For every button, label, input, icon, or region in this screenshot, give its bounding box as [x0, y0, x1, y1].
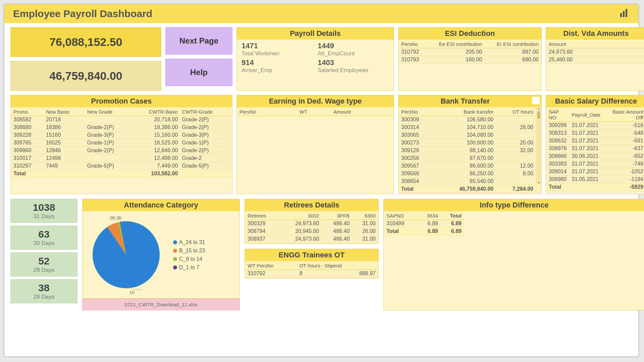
file-label[interactable]: 0721_CWTR_Download_11.xlsx [82, 299, 240, 310]
card-title: Promotion Cases [11, 95, 232, 107]
day-tile-31[interactable]: 103831 Days [10, 199, 77, 223]
table-row: 30922815160Grade-3(P)15,160.00Grade-3(P) [11, 131, 231, 139]
day-tile-30[interactable]: 6330 Days [10, 226, 77, 250]
day-tile-29[interactable]: 5229 Days [10, 252, 77, 277]
attendance-card: Attendance Category 0K 0K 1K A_24 to 31 … [82, 199, 240, 310]
card-title: Retirees Details [245, 199, 378, 211]
basic-diff-table[interactable]: SAP NOPayroll_DateBasic Amount Diff 3092… [547, 108, 644, 191]
table-row: 30976516525Grade-1(P)16,525.00Grade-1(P) [11, 139, 231, 147]
table-row: 30863231.07.2021-591 [547, 137, 644, 145]
info-diff-card: Info type Difference SAPNO3634Total 3104… [383, 199, 644, 310]
bank-transfer-card: Bank Transfer PersNoBank transferOT hour… [398, 95, 542, 194]
payroll-details-card: Payroll Details 1471Total Workmen 1449At… [236, 27, 394, 91]
table-row: 3102977449Grade-5(P)7,449.00Grade-5(P) [11, 162, 231, 170]
esi-table[interactable]: PersNoEe ESI contributionEr ESI contribu… [399, 40, 541, 64]
table-row: 30956786,600.0012.00 [399, 162, 535, 170]
bank-toggle-icon[interactable] [532, 97, 540, 104]
card-title: ENGG Trainees OT [245, 249, 378, 261]
days-column: 103831 Days 6330 Days 5229 Days 3828 Day… [10, 199, 77, 310]
table-row: 30956886,250.008.00 [399, 170, 535, 178]
table-row: 30901431.07.2021-1052 [547, 168, 644, 176]
table-row: 300314104,710.0028.00 [399, 124, 535, 131]
vda-table[interactable]: Amount 24,973.60 25,460.00 [547, 40, 644, 64]
kpi-total-2: 46,759,840.00 [10, 61, 161, 91]
table-row: 30025687,670.00 [399, 155, 535, 162]
kpi-total-1: 76,088,152.50 [10, 27, 161, 57]
chevron-up-icon: ▴ [536, 107, 541, 110]
table-row: 303065104,080.00 [399, 131, 535, 139]
card-title: Basic Salary Difference [546, 95, 644, 107]
table-row: 30338331.07.2021-748 [547, 160, 644, 168]
earning-card: Earning in Ded. Wage type PersNoWTAmount [236, 95, 394, 194]
table-row: 30912898,140.0032.00 [399, 147, 535, 155]
card-title: Earning in Ded. Wage type [237, 95, 394, 107]
table-row: 30931331.07.2021-548 [547, 129, 644, 137]
table-row: 30929931.07.2021-516 [547, 122, 644, 129]
retirees-table[interactable]: Retirees30023PFB6300 30032924,973.60486.… [246, 212, 378, 243]
table-row: 310792205.00887.00 [399, 48, 541, 56]
table-row: 30032924,973.60486.4031.00 [246, 220, 378, 228]
next-page-button[interactable]: Next Page [165, 27, 232, 55]
chart-legend: A_24 to 31 B_15 to 23 C_8 to 14 D_1 to 7 [173, 237, 205, 273]
table-row: 3100171249812,498.00Grade-2 [11, 155, 231, 162]
help-button[interactable]: Help [165, 59, 232, 86]
table-row: 30986012846Grade-2(P)12,846.00Grade-2(P) [11, 147, 231, 155]
page-title: Employee Payroll Dashboard [13, 8, 152, 19]
info-diff-table[interactable]: SAPNO3634Total 3104996.896.89 Total6.896… [384, 212, 464, 235]
esi-card: ESI Deduction PersNoEe ESI contributionE… [398, 27, 542, 91]
legend-dot [173, 257, 177, 261]
vda-card: Dist. Vda Amounts Amount 24,973.60 25,46… [546, 27, 644, 91]
table-row: 30866630.06.2021-652 [547, 153, 644, 160]
card-title: Payroll Details [237, 27, 394, 40]
bank-table[interactable]: PersNoBank transferOT hours 300309106,58… [399, 108, 535, 193]
table-row: 3104996.896.89 [384, 220, 464, 228]
table-row: 30893724,973.60486.4031.00 [246, 235, 378, 243]
table-row: 3085822071820,718.00Grade-2(P) [11, 116, 231, 124]
table-row: 25,460.00 [547, 56, 644, 64]
svg-rect-0 [620, 13, 622, 17]
card-title: Info type Difference [384, 199, 644, 211]
table-row: 30898031.05.2021-1184 [547, 176, 644, 183]
legend-dot [173, 240, 177, 244]
engg-table[interactable]: WT PersNoOT hours - Stipend 3107928886.9… [246, 262, 378, 278]
table-row: 30897831.07.2021-637 [547, 145, 644, 153]
legend-dot [173, 265, 177, 269]
card-title: Attendance Category [83, 199, 239, 211]
table-row: 310793160.00690.00 [399, 56, 541, 64]
table-row: 30868018386Grade-2(P)18,386.00Grade-2(P) [11, 124, 231, 131]
table-row: 3107928886.97 [246, 270, 378, 278]
promotion-table[interactable]: PromoNew BasicNew GradeCWTR-BasicCWTR-Gr… [11, 108, 231, 178]
card-title: ESI Deduction [398, 27, 541, 40]
svg-rect-1 [623, 11, 625, 17]
promotion-card: Promotion Cases PromoNew BasicNew GradeC… [10, 95, 232, 194]
card-title: Bank Transfer [398, 95, 541, 107]
table-row: 30865485,540.00 [399, 178, 535, 185]
table-row: 300309106,580.00 [399, 116, 535, 124]
chevron-down-icon: ▾ [536, 181, 541, 184]
powerbi-icon [619, 8, 630, 20]
engg-trainees-card: ENGG Trainees OT WT PersNoOT hours - Sti… [245, 249, 379, 279]
scrollbar[interactable]: ▴▾ [536, 107, 541, 184]
basic-diff-card: Basic Salary Difference SAP NOPayroll_Da… [546, 95, 644, 194]
earning-table[interactable]: PersNoWTAmount [237, 108, 393, 116]
table-row: 24,973.60 [547, 48, 644, 56]
retirees-card: Retirees Details Retirees30023PFB6300 30… [245, 199, 379, 244]
legend-dot [173, 249, 177, 253]
table-row: 30879420,945.60486.4026.00 [246, 228, 378, 235]
day-tile-28[interactable]: 3828 Days [10, 279, 77, 303]
attendance-pie-chart[interactable]: 0K 0K 1K [86, 215, 166, 295]
card-title: Dist. Vda Amounts [546, 27, 644, 40]
table-row: 300273100,600.0020.00 [399, 139, 535, 147]
svg-rect-2 [626, 9, 627, 17]
header-bar: Employee Payroll Dashboard [4, 4, 638, 23]
